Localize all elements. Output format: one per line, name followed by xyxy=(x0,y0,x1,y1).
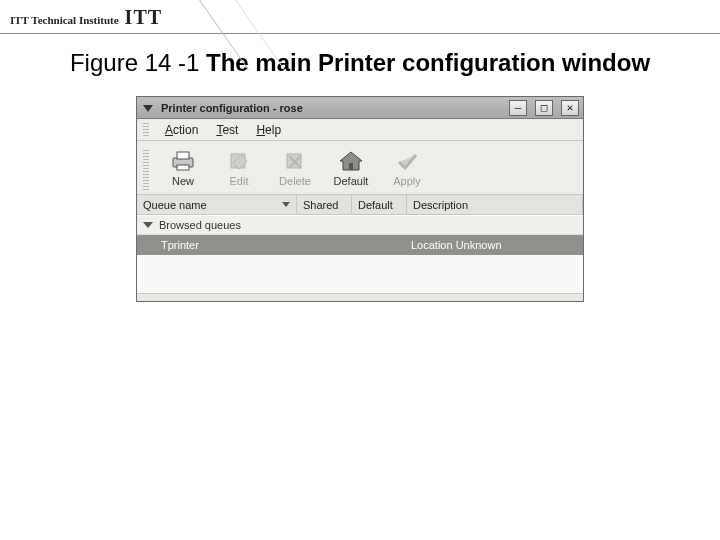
minimize-button[interactable]: – xyxy=(509,100,527,116)
col-description[interactable]: Description xyxy=(407,195,583,214)
apply-button: Apply xyxy=(381,146,433,190)
list-item[interactable]: Tprinter Location Unknown xyxy=(137,235,583,255)
new-button[interactable]: New xyxy=(157,146,209,190)
statusbar xyxy=(137,293,583,301)
new-label: New xyxy=(172,175,194,187)
apply-label: Apply xyxy=(393,175,421,187)
page-header: ITT Technical Institute ITT xyxy=(0,0,720,34)
maximize-button[interactable]: □ xyxy=(535,100,553,116)
toolbar-grip-icon[interactable] xyxy=(143,150,149,190)
svg-rect-9 xyxy=(349,163,353,170)
itt-logo: ITT Technical Institute ITT xyxy=(10,6,162,29)
column-headers: Queue name Shared Default Description xyxy=(137,195,583,215)
col-shared[interactable]: Shared xyxy=(297,195,352,214)
window-title: Printer configuration - rose xyxy=(161,102,303,114)
caption-prefix: Figure 14 -1 xyxy=(70,49,206,76)
printer-list: Browsed queues Tprinter Location Unknown xyxy=(137,215,583,293)
svg-rect-2 xyxy=(177,152,189,159)
close-button[interactable]: ✕ xyxy=(561,100,579,116)
delete-icon xyxy=(281,149,309,173)
caption-bold: The main Printer configuration window xyxy=(206,49,650,76)
apply-icon xyxy=(393,149,421,173)
titlebar[interactable]: Printer configuration - rose – □ ✕ xyxy=(137,97,583,119)
svg-rect-3 xyxy=(177,165,189,170)
menu-test[interactable]: Test xyxy=(208,122,246,138)
svg-marker-0 xyxy=(143,105,153,112)
toolbar: New Edit Delete Default Apply xyxy=(137,141,583,195)
category-row[interactable]: Browsed queues xyxy=(137,216,583,235)
app-menu-icon[interactable] xyxy=(141,101,155,115)
col-queue-name[interactable]: Queue name xyxy=(137,195,297,214)
menu-action[interactable]: Action xyxy=(157,122,206,138)
category-label: Browsed queues xyxy=(159,219,241,231)
delete-button: Delete xyxy=(269,146,321,190)
cell-queue-name: Tprinter xyxy=(137,239,297,251)
expander-icon[interactable] xyxy=(143,222,153,228)
printer-config-window: Printer configuration - rose – □ ✕ Actio… xyxy=(136,96,584,302)
edit-icon xyxy=(225,149,253,173)
printer-icon xyxy=(169,149,197,173)
col-default[interactable]: Default xyxy=(352,195,407,214)
edit-label: Edit xyxy=(230,175,249,187)
logo-small-text: ITT Technical Institute xyxy=(10,14,119,26)
sort-indicator-icon xyxy=(282,202,290,207)
figure-caption: Figure 14 -1 The main Printer configurat… xyxy=(60,48,660,78)
default-button[interactable]: Default xyxy=(325,146,377,190)
logo-big-text: ITT xyxy=(125,6,162,29)
cell-description: Location Unknown xyxy=(407,239,583,251)
menubar: Action Test Help xyxy=(137,119,583,141)
default-label: Default xyxy=(334,175,369,187)
menubar-grip-icon[interactable] xyxy=(143,123,149,137)
edit-button: Edit xyxy=(213,146,265,190)
menu-help[interactable]: Help xyxy=(248,122,289,138)
delete-label: Delete xyxy=(279,175,311,187)
home-icon xyxy=(337,149,365,173)
